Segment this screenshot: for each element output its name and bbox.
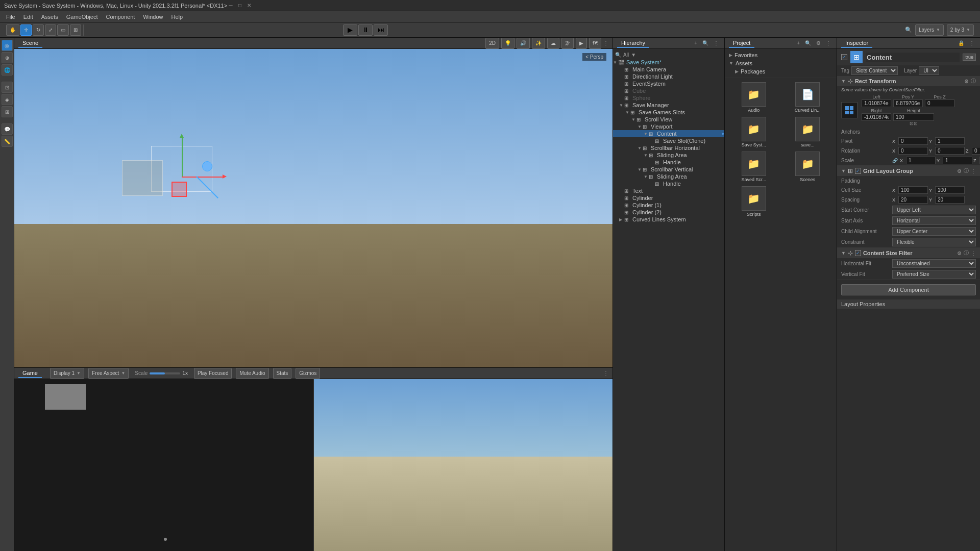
anchor-icon-box[interactable] <box>841 102 857 118</box>
right-field[interactable] <box>862 113 891 121</box>
scene-anim-btn[interactable]: ▶ <box>576 38 587 49</box>
play-focused-btn[interactable]: Play Focused <box>194 368 232 379</box>
scene-audio-btn[interactable]: 🔊 <box>517 38 530 49</box>
stats-btn[interactable]: Stats <box>273 368 292 379</box>
game-aspect-dropdown[interactable]: Free Aspect ▼ <box>88 368 129 379</box>
game-view[interactable] <box>14 379 612 551</box>
game-display-dropdown[interactable]: Display 1 ▼ <box>50 368 84 379</box>
scene-fx-btn[interactable]: ✨ <box>532 38 545 49</box>
hierarchy-item-save-slot-clone[interactable]: ⊞ Save Slot(Clone) <box>613 137 724 144</box>
scene-nav-btn[interactable]: 🗺 <box>589 38 601 49</box>
hierarchy-add-btn[interactable]: + <box>693 40 699 46</box>
posy-field[interactable] <box>893 99 923 107</box>
scene-view-btn[interactable]: ◎ <box>2 40 13 51</box>
gizmo-btn[interactable]: ◈ <box>2 94 13 105</box>
spacing-y-field[interactable] <box>935 196 965 204</box>
hierarchy-item-handle-h[interactable]: ⊞ Handle <box>613 159 724 166</box>
pivot-btn[interactable]: ⊕ <box>2 52 13 63</box>
vertical-fit-dropdown[interactable]: Preferred Size <box>892 270 976 279</box>
rot-x-field[interactable] <box>898 147 928 155</box>
rect-info-icon[interactable]: ⓘ <box>971 78 976 85</box>
hierarchy-item-scrollbar-h[interactable]: ▼ ⊞ Scrollbar Horizontal <box>613 144 724 152</box>
grid-settings-icon[interactable]: ⚙ <box>957 168 962 174</box>
hierarchy-item-curved-lines[interactable]: ▶ ⊞ Curved Lines System <box>613 216 724 223</box>
hierarchy-item-cube[interactable]: ⊞ Cube <box>613 87 724 94</box>
hierarchy-item-dir-light[interactable]: ⊞ Directional Light <box>613 73 724 80</box>
project-add-btn[interactable]: + <box>795 40 801 46</box>
search-icon[interactable]: 🔍 <box>905 27 912 33</box>
grid-active-checkbox[interactable] <box>855 168 861 174</box>
menu-help[interactable]: Help <box>167 13 187 21</box>
add-component-button[interactable]: Add Component <box>841 284 976 295</box>
asset-item-scripts[interactable]: 📁 Scripts <box>729 186 779 217</box>
project-title[interactable]: Project <box>729 39 754 48</box>
rect-transform-header[interactable]: ▼ ⊹ Rect Transform ⚙ ⓘ <box>837 76 980 86</box>
project-menu-btn[interactable]: ⋮ <box>824 40 832 46</box>
asset-item-saved-scr[interactable]: 📁 Saved Scr... <box>729 152 779 182</box>
grid-info-icon[interactable]: ⓘ <box>964 167 969 174</box>
csf-settings-icon[interactable]: ⚙ <box>957 251 962 256</box>
height-extra-btn[interactable]: ⊡⊡ <box>910 121 918 126</box>
cell-x-field[interactable] <box>898 186 928 194</box>
pivot-x-field[interactable] <box>898 137 928 145</box>
csf-info-icon[interactable]: ⓘ <box>964 249 969 257</box>
minimize-btn[interactable]: ─ <box>227 2 234 9</box>
posz-field[interactable] <box>925 99 954 107</box>
overlay-btn[interactable]: ⊞ <box>2 106 13 117</box>
grid-layout-header[interactable]: ▼ ⊞ Grid Layout Group ⚙ ⓘ ⋮ <box>837 166 980 176</box>
hierarchy-item-event-system[interactable]: ⊞ EventSystem <box>613 80 724 87</box>
hierarchy-item-sliding-area-v[interactable]: ▼ ⊞ Sliding Area <box>613 173 724 180</box>
global-btn[interactable]: 🌐 <box>2 64 13 76</box>
hierarchy-item-viewport[interactable]: ▼ ⊞ Viewport <box>613 123 724 130</box>
layers-dropdown[interactable]: Layers ▼ <box>915 24 944 36</box>
hand-tool[interactable]: ✋ <box>6 24 19 36</box>
inspector-title[interactable]: Inspector <box>841 39 872 48</box>
start-corner-dropdown[interactable]: Upper Left <box>892 206 976 214</box>
asset-item-save-folder[interactable]: 📁 save... <box>783 117 833 147</box>
hierarchy-search-btn[interactable]: 🔍 <box>701 40 710 46</box>
tag-dropdown[interactable]: Slots Content <box>851 66 898 75</box>
hierarchy-item-sphere[interactable]: ⊞ Sphere <box>613 94 724 102</box>
hierarchy-item-save-games-slots[interactable]: ▼ ⊞ Save Games Slots <box>613 109 724 116</box>
inspector-menu-btn[interactable]: ⋮ <box>968 40 976 46</box>
step-button[interactable]: ⏭ <box>374 24 388 36</box>
play-button[interactable]: ▶ <box>343 24 357 36</box>
scene-tab[interactable]: Scene <box>18 39 42 48</box>
scene-settings-btn[interactable]: ⋮ <box>603 40 608 46</box>
gizmos-btn[interactable]: Gizmos <box>296 368 320 379</box>
hierarchy-item-scroll-view[interactable]: ▼ ⊞ Scroll View <box>613 116 724 123</box>
menu-gameobject[interactable]: GameObject <box>62 13 102 21</box>
hierarchy-menu-btn[interactable]: ⋮ <box>712 40 720 46</box>
csf-dots-icon[interactable]: ⋮ <box>971 251 976 256</box>
rect-tool[interactable]: ▭ <box>57 24 69 36</box>
layer-dropdown[interactable]: UI <box>919 66 939 75</box>
project-packages-item[interactable]: ▶ Packages <box>727 67 835 76</box>
hierarchy-item-cylinder[interactable]: ⊞ Cylinder <box>613 194 724 202</box>
horizontal-fit-dropdown[interactable]: Unconstrained <box>892 259 976 268</box>
layout-dropdown[interactable]: 2 by 3 ▼ <box>947 24 974 36</box>
object-active-checkbox[interactable] <box>841 54 847 60</box>
scale-x-field[interactable] <box>906 157 936 164</box>
multi-tool[interactable]: ⊞ <box>70 24 81 36</box>
csf-active-checkbox[interactable] <box>855 250 861 256</box>
asset-item-audio[interactable]: 📁 Audio <box>729 82 779 113</box>
object-name-field[interactable] <box>866 53 960 62</box>
hierarchy-title[interactable]: Hierarchy <box>617 39 649 48</box>
menu-edit[interactable]: Edit <box>19 13 37 21</box>
hierarchy-search-input[interactable]: ▼ <box>631 52 636 58</box>
scene-view[interactable]: < Persp <box>14 49 612 367</box>
mute-audio-btn[interactable]: Mute Audio <box>236 368 268 379</box>
pivot-y-field[interactable] <box>935 137 965 145</box>
rotate-tool[interactable]: ↻ <box>33 24 44 36</box>
rot-y-field[interactable] <box>935 147 965 155</box>
scene-skybox-btn[interactable]: ☁ <box>547 38 559 49</box>
asset-item-save-syst[interactable]: 📁 Save Syst... <box>729 117 779 147</box>
hierarchy-item-main-camera[interactable]: ⊞ Main Camera <box>613 66 724 73</box>
comment-btn[interactable]: 💬 <box>2 123 13 135</box>
height-field[interactable] <box>893 113 934 121</box>
hierarchy-item-text[interactable]: ⊞ Text <box>613 187 724 194</box>
cell-y-field[interactable] <box>935 186 965 194</box>
project-search-btn[interactable]: 🔍 <box>803 40 813 46</box>
game-tab[interactable]: Game <box>18 369 42 378</box>
hierarchy-item-cylinder1[interactable]: ⊞ Cylinder (1) <box>613 202 724 209</box>
